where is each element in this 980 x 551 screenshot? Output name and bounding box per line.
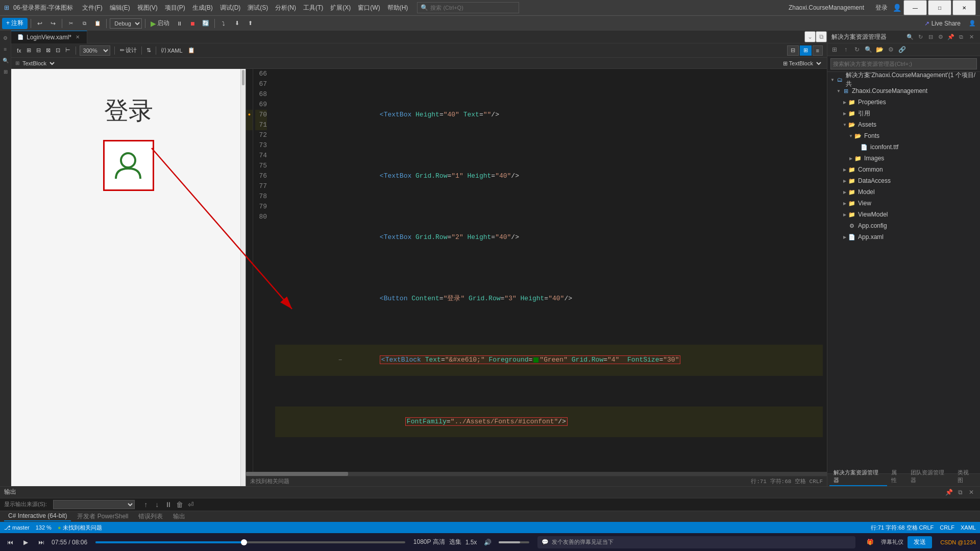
add-comment-button[interactable]: + 注释 — [2, 18, 28, 29]
se-toolbar-btn-5[interactable]: 📂 — [874, 44, 885, 55]
se-float-button[interactable]: ⧉ — [957, 32, 966, 41]
term-tab-powershell[interactable]: 开发者 PowerShell — [73, 511, 132, 522]
se-toolbar-btn-1[interactable]: ⊞ — [829, 44, 840, 55]
menu-analyze[interactable]: 分析(N) — [272, 3, 299, 13]
maximize-button[interactable]: □ — [928, 0, 951, 15]
menu-debug[interactable]: 调试(D) — [217, 3, 244, 13]
se-unpin-button[interactable]: 📌 — [946, 32, 955, 41]
paste-button[interactable]: 📋 — [92, 18, 103, 29]
redo-button[interactable]: ↪ — [47, 18, 59, 29]
tree-item-view[interactable]: ▶ 📁 View — [827, 198, 980, 209]
code-only-button[interactable]: ≡ — [813, 45, 823, 56]
design-tab[interactable]: ✏ 设计 — [118, 45, 138, 56]
menu-test[interactable]: 测试(S) — [244, 3, 271, 13]
restart-button[interactable]: 🔄 — [200, 18, 211, 29]
output-close-button[interactable]: ✕ — [967, 488, 976, 497]
taskbar-play-button[interactable]: ▶ — [20, 538, 31, 547]
tree-item-properties[interactable]: ▶ 📁 Properties — [827, 97, 980, 108]
menu-tools[interactable]: 工具(T) — [300, 3, 326, 13]
tree-item-common[interactable]: ▶ 📁 Common — [827, 164, 980, 175]
tab-close-button[interactable]: ✕ — [75, 34, 81, 40]
se-toolbar-btn-3[interactable]: ↻ — [852, 44, 862, 55]
minimize-button[interactable]: — — [903, 0, 927, 15]
tree-item-assets[interactable]: ▼ 📂 Assets — [827, 119, 980, 130]
tree-item-fonts[interactable]: ▼ 📂 Fonts — [827, 130, 980, 141]
tree-item-images[interactable]: ▶ 📁 Images — [827, 153, 980, 164]
live-share-area[interactable]: ↗ Live Share — [920, 20, 965, 27]
vertical-split-button[interactable]: ⊞ — [800, 45, 812, 56]
se-search-input[interactable] — [830, 58, 977, 69]
tab-list-button[interactable]: ⌄ — [804, 31, 816, 42]
se-toolbar-btn-2[interactable]: ↑ — [841, 44, 851, 55]
start-button[interactable]: ▶ 启动 — [149, 19, 172, 28]
tree-item-refs[interactable]: ▶ 📁 引用 — [827, 108, 980, 119]
menu-view[interactable]: 视图(V) — [134, 3, 161, 13]
tree-item-iconfont[interactable]: 📄 iconfont.ttf — [827, 141, 980, 153]
tree-item-viewmodel[interactable]: ▶ 📁 ViewModel — [827, 209, 980, 220]
debug-config-select[interactable]: Debug — [110, 18, 142, 29]
output-clear-button[interactable]: 🗑 — [175, 499, 185, 510]
breadcrumb-textblock-select[interactable]: ⊞ TextBlock — [780, 60, 823, 67]
zoom-out-btn[interactable]: ⊢ — [64, 45, 72, 56]
copy-button[interactable]: ⧉ — [79, 18, 90, 29]
activity-icon-2[interactable]: ≡ — [1, 44, 11, 54]
gift-button[interactable]: 🎁 — [864, 538, 877, 546]
output-stop-button[interactable]: ⏸ — [163, 499, 174, 510]
account-button[interactable]: 👤 — [967, 18, 978, 29]
se-settings-button[interactable]: ⚙ — [936, 32, 945, 41]
send-button[interactable]: 发送 — [908, 536, 932, 548]
menu-window[interactable]: 窗口(W) — [355, 3, 383, 13]
collapse-btn-70[interactable]: ─ — [339, 357, 342, 363]
output-word-wrap-button[interactable]: ⏎ — [186, 499, 196, 510]
se-search-button[interactable]: 🔍 — [905, 32, 915, 41]
output-up-button[interactable]: ↑ — [141, 499, 151, 510]
se-btab-properties[interactable]: 属性 — [887, 468, 906, 486]
se-btab-classview[interactable]: 类视图 — [953, 468, 978, 486]
zoom-select[interactable]: 300% — [80, 45, 110, 56]
fit-button[interactable]: ⊠ — [44, 45, 52, 56]
close-button[interactable]: ✕ — [952, 0, 976, 15]
taskbar-prev-button[interactable]: ⏮ — [4, 538, 16, 547]
horizontal-split-button[interactable]: ⊟ — [787, 45, 799, 56]
code-scrollbar-h[interactable] — [246, 472, 827, 476]
step-in-button[interactable]: ⬇ — [231, 18, 242, 29]
split-editor-button[interactable]: ⧉ — [816, 31, 827, 42]
se-refresh-button[interactable]: ↻ — [916, 32, 925, 41]
activity-icon-3[interactable]: 🔍 — [1, 55, 11, 65]
table-view-button[interactable]: ⊟ — [35, 45, 42, 56]
menu-project[interactable]: 项目(P) — [162, 3, 188, 13]
stop-button[interactable]: ⏹ — [187, 18, 198, 29]
output-float-button[interactable]: ⧉ — [955, 488, 965, 497]
activity-icon-4[interactable]: ⊞ — [1, 66, 11, 77]
se-close-button[interactable]: ✕ — [967, 32, 976, 41]
formula-button[interactable]: fx — [15, 45, 23, 56]
activity-icon-1[interactable]: ⚙ — [1, 33, 11, 43]
xaml-tab[interactable]: ⟨/⟩ XAML — [159, 45, 184, 56]
zoom-fit-button[interactable]: ⊡ — [54, 45, 62, 56]
se-toolbar-btn-6[interactable]: ⚙ — [886, 44, 896, 55]
tree-item-model[interactable]: ▶ 📁 Model — [827, 186, 980, 198]
live-share-label[interactable]: Live Share — [932, 20, 961, 27]
tree-item-dataaccess[interactable]: ▶ 📁 DataAccess — [827, 175, 980, 186]
output-source-select[interactable] — [53, 500, 135, 509]
se-toolbar-btn-4[interactable]: 🔍 — [863, 44, 873, 55]
taskbar-next-button[interactable]: ⏭ — [35, 538, 47, 547]
term-tab-output[interactable]: 输出 — [169, 511, 189, 522]
login-button[interactable]: 登录 — [872, 3, 891, 13]
pause-button[interactable]: ⏸ — [174, 18, 185, 29]
menu-edit[interactable]: 编辑(E) — [107, 3, 133, 13]
grid-view-button[interactable]: ⊞ — [25, 45, 33, 56]
se-collapse-button[interactable]: ⊟ — [926, 32, 935, 41]
cut-button[interactable]: ✂ — [65, 18, 77, 29]
xaml-extra-button[interactable]: 📋 — [186, 45, 197, 56]
se-btab-solution[interactable]: 解决方案资源管理器 — [829, 468, 887, 486]
step-out-button[interactable]: ⬆ — [244, 18, 256, 29]
menu-extensions[interactable]: 扩展(X) — [327, 3, 354, 13]
progress-bar[interactable] — [95, 541, 405, 543]
tab-loginview[interactable]: 📄 LoginView.xaml* ✕ — [11, 31, 87, 43]
menu-build[interactable]: 生成(B) — [189, 3, 216, 13]
output-pin-button[interactable]: 📌 — [944, 488, 953, 497]
tree-item-appconfig[interactable]: ⚙ App.config — [827, 220, 980, 231]
menu-file[interactable]: 文件(F) — [79, 3, 105, 13]
tree-item-solution[interactable]: ▼ 🗂 解决方案'Zhaoxi.CourseManagement'(1 个项目/… — [827, 74, 980, 85]
